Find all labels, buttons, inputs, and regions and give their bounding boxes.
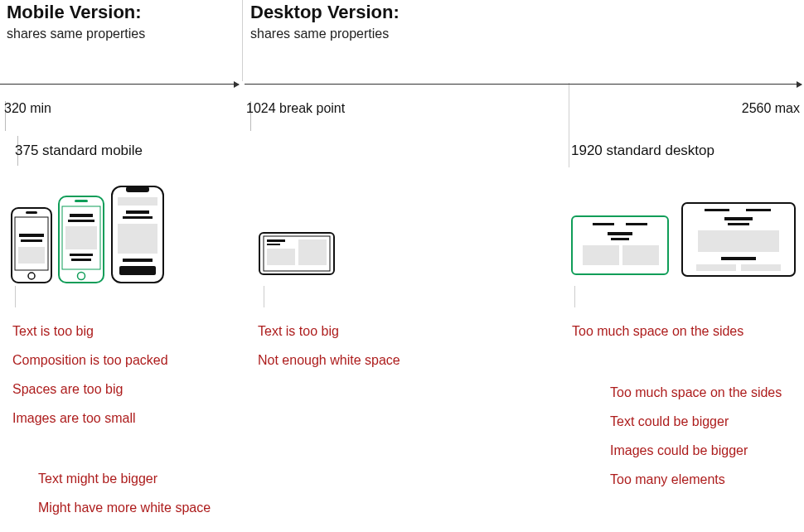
svg-rect-4 bbox=[19, 234, 44, 237]
svg-rect-35 bbox=[583, 245, 619, 265]
svg-rect-12 bbox=[68, 220, 94, 222]
issues-desktop-std: Too much space on the sides bbox=[572, 322, 743, 351]
svg-rect-22 bbox=[123, 259, 153, 262]
svg-rect-42 bbox=[698, 230, 779, 252]
label-breakpoint: 1024 break point bbox=[246, 101, 345, 116]
svg-rect-3 bbox=[26, 211, 37, 214]
label-std-mobile: 375 standard mobile bbox=[15, 143, 143, 159]
svg-rect-29 bbox=[298, 239, 327, 265]
laptop-std-icon bbox=[571, 215, 669, 275]
svg-rect-11 bbox=[70, 214, 93, 217]
svg-rect-18 bbox=[118, 197, 157, 206]
svg-rect-33 bbox=[608, 232, 632, 235]
desktop-section-header: Desktop Version: shares same properties bbox=[250, 2, 400, 41]
svg-rect-44 bbox=[696, 264, 736, 271]
tablet-icon bbox=[259, 232, 335, 275]
mini-tick bbox=[15, 286, 16, 307]
svg-rect-10 bbox=[75, 200, 88, 202]
svg-rect-27 bbox=[267, 244, 280, 245]
svg-rect-21 bbox=[118, 224, 157, 254]
issues-mobile-small: Text is too big Composition is too packe… bbox=[12, 322, 168, 438]
issue-text: Not enough white space bbox=[258, 351, 400, 370]
issue-text: Images are too small bbox=[12, 409, 168, 428]
svg-rect-38 bbox=[705, 209, 729, 211]
svg-rect-28 bbox=[267, 249, 295, 265]
svg-rect-13 bbox=[65, 226, 97, 249]
laptop-large-icon bbox=[681, 202, 796, 277]
issue-text: Text might be bigger bbox=[38, 469, 211, 489]
issues-desktop-small: Text is too big Not enough white space bbox=[258, 322, 400, 380]
issue-text: Text could be bigger bbox=[610, 412, 782, 432]
svg-rect-14 bbox=[70, 254, 93, 256]
section-divider-left bbox=[242, 0, 243, 81]
phone-large-icon bbox=[111, 186, 164, 283]
issues-mobile-large: Text might be bigger Might have more whi… bbox=[38, 469, 211, 527]
svg-rect-17 bbox=[126, 186, 149, 192]
responsive-breakpoints-diagram: Mobile Version: shares same properties D… bbox=[0, 0, 804, 532]
phone-small-icon bbox=[11, 207, 52, 283]
mobile-title: Mobile Version: bbox=[7, 2, 145, 23]
mobile-section-header: Mobile Version: shares same properties bbox=[7, 2, 145, 41]
svg-rect-45 bbox=[741, 264, 781, 271]
mini-tick bbox=[264, 286, 264, 307]
svg-rect-6 bbox=[18, 247, 45, 264]
svg-rect-43 bbox=[721, 257, 756, 260]
arrow-right-icon bbox=[234, 81, 240, 88]
desktop-title: Desktop Version: bbox=[250, 2, 400, 23]
svg-rect-15 bbox=[71, 259, 91, 261]
issue-text: Too much space on the sides bbox=[572, 322, 743, 341]
svg-rect-20 bbox=[123, 216, 153, 219]
svg-rect-5 bbox=[21, 239, 42, 242]
std-desktop-divider bbox=[569, 83, 569, 167]
svg-rect-41 bbox=[728, 223, 749, 225]
label-max: 2560 max bbox=[742, 101, 800, 116]
svg-rect-32 bbox=[626, 223, 647, 225]
label-min: 320 min bbox=[4, 101, 51, 116]
issue-text: Too much space on the sides bbox=[610, 383, 782, 403]
svg-rect-23 bbox=[119, 266, 156, 275]
issue-text: Composition is too packed bbox=[12, 351, 168, 370]
svg-rect-26 bbox=[267, 239, 285, 242]
issue-text: Too many elements bbox=[610, 470, 782, 490]
issue-text: Spaces are too big bbox=[12, 380, 168, 399]
issue-text: Text is too big bbox=[12, 322, 168, 341]
issues-desktop-large: Too much space on the sides Text could b… bbox=[610, 383, 782, 499]
issue-text: Text is too big bbox=[258, 322, 400, 341]
svg-rect-39 bbox=[746, 209, 771, 211]
arrow-right-icon bbox=[797, 81, 802, 88]
issue-text: Might have more white space bbox=[38, 498, 211, 518]
svg-rect-19 bbox=[126, 210, 149, 214]
label-std-desktop: 1920 standard desktop bbox=[571, 143, 714, 159]
svg-rect-34 bbox=[611, 238, 629, 240]
mini-tick bbox=[574, 286, 575, 307]
issue-text: Images could be bigger bbox=[610, 441, 782, 461]
desktop-subtitle: shares same properties bbox=[250, 27, 400, 41]
svg-rect-31 bbox=[593, 223, 614, 225]
svg-rect-40 bbox=[724, 217, 753, 220]
axis-mobile-segment bbox=[0, 84, 239, 85]
mobile-subtitle: shares same properties bbox=[7, 27, 145, 41]
svg-rect-36 bbox=[622, 245, 659, 265]
axis-desktop-segment bbox=[245, 84, 802, 85]
phone-std-icon bbox=[58, 196, 104, 283]
